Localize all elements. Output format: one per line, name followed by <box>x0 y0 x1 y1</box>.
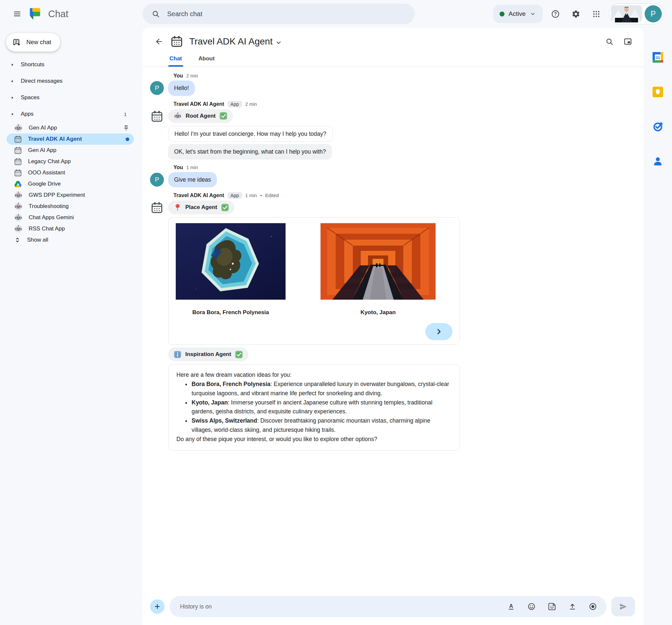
search-icon <box>152 10 160 18</box>
sidebar-item-google-drive[interactable]: Google Drive <box>7 178 134 190</box>
sidebar-section-apps[interactable]: Apps 1 <box>0 106 142 122</box>
google-chat-app: Chat Active ? <box>0 0 672 625</box>
apps-grid-icon[interactable] <box>588 6 604 22</box>
agent-chip-place: Place Agent <box>168 200 235 214</box>
search-in-chat-icon[interactable] <box>602 34 617 49</box>
show-all-button[interactable]: Show all <box>7 234 134 246</box>
message-input-pill[interactable]: A <box>169 596 606 617</box>
sidebar-item-ooo-assistant[interactable]: OOO Assistant <box>7 167 134 178</box>
apps-unread-count: 1 <box>124 112 127 117</box>
profile-avatar[interactable]: P <box>645 5 662 22</box>
message-input[interactable] <box>179 603 496 610</box>
record-video-icon[interactable] <box>587 601 598 612</box>
calendar-icon <box>170 35 183 48</box>
sidebar-item-gen-ai-app-2[interactable]: Gen AI App <box>7 145 134 156</box>
robot-icon <box>14 191 23 200</box>
tab-about[interactable]: About <box>198 53 215 67</box>
sidebar-item-travel-adk-ai-agent[interactable]: Travel ADK AI Agent <box>7 134 134 145</box>
emoji-icon[interactable] <box>526 601 537 612</box>
agent-chip-inspiration: Inspiration Agent <box>168 347 248 361</box>
app-avatar-calendar-icon <box>150 201 164 214</box>
robot-icon <box>14 202 23 211</box>
destination-card-bora-bora[interactable]: Bora Bora, French Polynesia <box>176 223 286 316</box>
workspace-banner-image <box>611 5 642 22</box>
new-chat-icon <box>13 38 21 47</box>
user-avatar: P <box>150 81 164 95</box>
edited-label: Edited <box>265 193 279 198</box>
status-selector[interactable]: Active <box>493 5 543 23</box>
status-label: Active <box>508 10 526 18</box>
text-format-icon[interactable]: A <box>505 601 517 612</box>
message-list: P You 2 min Hello! Travel ADK AI Ag <box>142 67 644 592</box>
meta-dot: • <box>260 193 262 198</box>
info-icon <box>173 351 182 359</box>
google-tasks-icon[interactable] <box>651 119 665 134</box>
sidebar-section-direct-messages[interactable]: Direct messages <box>0 73 142 89</box>
google-keep-icon[interactable] <box>651 85 665 99</box>
chevron-right-icon <box>434 327 443 336</box>
chevron-down-icon <box>275 39 283 47</box>
caret-down-icon <box>10 112 15 117</box>
sender-name: You <box>173 73 183 79</box>
calendar-app-icon <box>14 146 22 154</box>
destination-card-kyoto[interactable]: Kyoto, Japan <box>320 223 436 316</box>
idea-item: Bora Bora, French Polynesia: Experience … <box>191 380 452 398</box>
check-badge-icon <box>235 351 243 359</box>
caret-right-icon <box>10 79 15 84</box>
conversation-title: Travel ADK AI Agent <box>189 36 273 47</box>
settings-icon[interactable] <box>568 6 584 22</box>
sidebar-section-spaces[interactable]: Spaces <box>0 89 142 106</box>
robot-icon <box>173 112 182 120</box>
upload-icon[interactable] <box>567 601 578 612</box>
chat-logo-icon <box>28 7 43 21</box>
robot-icon <box>14 213 23 222</box>
search-chat-bar[interactable] <box>142 4 415 24</box>
unfold-more-icon <box>14 236 21 244</box>
search-chat-input[interactable] <box>167 10 406 18</box>
check-badge-icon <box>221 203 229 212</box>
chat-brand: Chat <box>28 7 68 21</box>
sidebar-section-shortcuts[interactable]: Shortcuts <box>0 56 142 73</box>
app-badge: App <box>227 192 242 199</box>
app-content: New chat Shortcuts Direct messages Space… <box>0 28 672 625</box>
main-menu-icon[interactable] <box>9 6 25 22</box>
new-chat-label: New chat <box>26 39 51 46</box>
carousel-next-button[interactable] <box>425 323 452 340</box>
sidebar-item-rss-chat-app[interactable]: RSS Chat App <box>7 223 134 234</box>
app-badge: App <box>227 101 242 107</box>
conversation-title-menu[interactable]: Travel ADK AI Agent <box>189 36 283 47</box>
tab-chat[interactable]: Chat <box>169 53 183 67</box>
pushpin-red-icon <box>173 203 182 212</box>
destination-carousel-card: Bora Bora, French Polynesia <box>168 217 460 345</box>
account-switcher[interactable]: P <box>609 3 664 24</box>
sidebar-item-gen-ai-app-1[interactable]: Gen AI App <box>7 122 134 134</box>
robot-icon <box>14 124 23 133</box>
message-bubble: Hello! <box>168 80 195 96</box>
picture-in-picture-icon[interactable] <box>621 34 635 49</box>
plus-icon[interactable] <box>150 599 165 614</box>
message-bubble: Hello! I'm your travel concierge. How ma… <box>168 126 333 142</box>
message-bubble: OK, let's start from the beginning, what… <box>168 144 332 160</box>
send-icon[interactable] <box>611 597 635 617</box>
sidebar-item-legacy-chat-app[interactable]: Legacy Chat App <box>7 156 134 167</box>
sticker-icon[interactable] <box>546 601 558 612</box>
google-contacts-icon[interactable] <box>651 154 665 168</box>
agent-chip-root: Root Agent <box>168 109 233 123</box>
drive-icon <box>14 180 22 188</box>
sidebar-item-gws-dpp-experiment[interactable]: GWS DPP Experiment <box>7 190 134 201</box>
google-calendar-icon[interactable]: 31 <box>651 50 665 65</box>
sidebar-item-chat-apps-gemini[interactable]: Chat Apps Gemini <box>7 212 134 223</box>
bora-bora-image <box>176 223 286 299</box>
ideas-intro: Here are a few dream vacation ideas for … <box>176 370 452 379</box>
svg-text:A: A <box>509 603 513 609</box>
svg-text:31: 31 <box>655 55 660 60</box>
new-chat-button[interactable]: New chat <box>6 33 61 52</box>
vacation-ideas-card: Here are a few dream vacation ideas for … <box>168 364 460 451</box>
help-icon[interactable]: ? <box>547 6 563 22</box>
message-time: 2 min <box>186 73 198 78</box>
back-icon[interactable] <box>152 34 166 49</box>
sidebar-item-troubleshooting[interactable]: Troubleshooting <box>7 201 134 212</box>
svg-text:?: ? <box>554 11 557 17</box>
idea-item: Kyoto, Japan: Immerse yourself in ancien… <box>191 398 452 416</box>
robot-icon <box>14 224 23 233</box>
